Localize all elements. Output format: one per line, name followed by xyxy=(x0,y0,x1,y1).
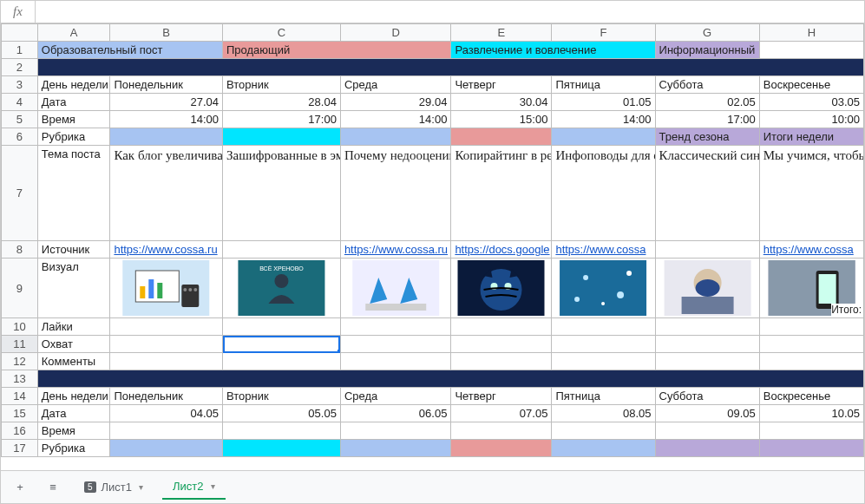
time-H5[interactable]: 10:00 xyxy=(759,111,863,128)
cell-F16[interactable] xyxy=(552,422,655,440)
day-mon[interactable]: Понедельник xyxy=(110,76,223,94)
label-day[interactable]: День недели xyxy=(37,76,110,94)
topic-H7[interactable]: Мы учимся, чтобы учить вас. xyxy=(759,146,863,241)
date2-D[interactable]: 06.05 xyxy=(340,405,451,422)
day-thu[interactable]: Четверг xyxy=(451,76,552,94)
legend-edu[interactable]: Образовательный пост xyxy=(37,42,222,59)
date-B4[interactable]: 27.04 xyxy=(110,94,223,111)
cell-H12[interactable] xyxy=(759,353,863,370)
row-header-16[interactable]: 16 xyxy=(2,422,38,440)
time-E5[interactable]: 15:00 xyxy=(451,111,552,128)
vis-F9[interactable] xyxy=(552,259,655,318)
date-D4[interactable]: 29.04 xyxy=(340,94,451,111)
cell-D10[interactable] xyxy=(340,318,451,336)
select-all-corner[interactable] xyxy=(2,24,38,42)
cell-G16[interactable] xyxy=(655,422,759,440)
separator-row[interactable] xyxy=(37,59,863,76)
cell-H1[interactable] xyxy=(759,42,863,59)
day-tue[interactable]: Вторник xyxy=(223,76,341,94)
row-header-15[interactable]: 15 xyxy=(2,405,38,422)
col-header-A[interactable]: A xyxy=(37,24,110,42)
label-comments[interactable]: Комменты xyxy=(37,353,110,370)
day2-sat[interactable]: Суббота xyxy=(655,388,759,405)
day2-mon[interactable]: Понедельник xyxy=(110,388,223,405)
src-H8[interactable]: https://www.cossa xyxy=(759,241,863,259)
day2-tue[interactable]: Вторник xyxy=(223,388,341,405)
topic-F7[interactable]: Инфоповоды для e-mail рассылки в мае 202… xyxy=(552,146,655,241)
cell-E10[interactable] xyxy=(451,318,552,336)
legend-ent[interactable]: Развлечение и вовлечение xyxy=(451,42,655,59)
cell-C12[interactable] xyxy=(223,353,341,370)
row-header-2[interactable]: 2 xyxy=(2,59,38,76)
cell-B12[interactable] xyxy=(110,353,223,370)
label-visual[interactable]: Визуал xyxy=(37,259,110,318)
cell-H10[interactable] xyxy=(759,318,863,336)
cell-C11-selected[interactable] xyxy=(223,336,341,353)
rubric2-D[interactable] xyxy=(340,440,451,457)
day-fri[interactable]: Пятница xyxy=(552,76,655,94)
separator-row-2[interactable] xyxy=(37,370,863,388)
cell-E11[interactable] xyxy=(451,336,552,353)
rubric2-G[interactable] xyxy=(655,440,759,457)
date2-H[interactable]: 10.05 xyxy=(759,405,863,422)
label-likes[interactable]: Лайки xyxy=(37,318,110,336)
vis-E9[interactable] xyxy=(451,259,552,318)
time-G5[interactable]: 17:00 xyxy=(655,111,759,128)
time-D5[interactable]: 14:00 xyxy=(340,111,451,128)
cell-H16[interactable] xyxy=(759,422,863,440)
label-rubric-2[interactable]: Рубрика xyxy=(37,440,110,457)
legend-info[interactable]: Информационный xyxy=(655,42,759,59)
cell-D12[interactable] xyxy=(340,353,451,370)
formula-input[interactable] xyxy=(36,1,864,23)
vis-H9[interactable]: Итого: xyxy=(759,259,863,318)
label-rubric[interactable]: Рубрика xyxy=(37,128,110,146)
row-header-10[interactable]: 10 xyxy=(2,318,38,336)
src-E8[interactable]: https://docs.google xyxy=(451,241,552,259)
label-date[interactable]: Дата xyxy=(37,94,110,111)
row-header-5[interactable]: 5 xyxy=(2,111,38,128)
src-C8[interactable] xyxy=(223,241,341,259)
cell-F12[interactable] xyxy=(552,353,655,370)
date-E4[interactable]: 30.04 xyxy=(451,94,552,111)
cell-B11[interactable] xyxy=(110,336,223,353)
cell-C16[interactable] xyxy=(223,422,341,440)
cell-B16[interactable] xyxy=(110,422,223,440)
rubric-H6[interactable]: Итоги недели xyxy=(759,128,863,146)
link-F8[interactable]: https://www.cossa xyxy=(555,243,645,256)
row-header-11[interactable]: 11 xyxy=(2,336,38,353)
day2-fri[interactable]: Пятница xyxy=(552,388,655,405)
row-header-12[interactable]: 12 xyxy=(2,353,38,370)
topic-D7[interactable]: Почему недооценивать футер — неправильно… xyxy=(340,146,451,241)
label-day-2[interactable]: День недели xyxy=(37,388,110,405)
time-B5[interactable]: 14:00 xyxy=(110,111,223,128)
row-header-14[interactable]: 14 xyxy=(2,388,38,405)
row-header-9[interactable]: 9 xyxy=(2,259,38,318)
cell-C10[interactable] xyxy=(223,318,341,336)
col-header-E[interactable]: E xyxy=(451,24,552,42)
vis-C9[interactable]: ВСЁ ХРЕНОВО xyxy=(223,259,341,318)
time-F5[interactable]: 14:00 xyxy=(552,111,655,128)
src-B8[interactable]: https://www.cossa.ru xyxy=(110,241,223,259)
rubric-E6[interactable] xyxy=(451,128,552,146)
topic-B7[interactable]: Как блог увеличивает рентабельность eCom… xyxy=(110,146,223,241)
cell-G10[interactable] xyxy=(655,318,759,336)
topic-G7[interactable]: Классический синий - цвет года по версии… xyxy=(655,146,759,241)
rubric2-B[interactable] xyxy=(110,440,223,457)
row-header-7[interactable]: 7 xyxy=(2,146,38,241)
topic-C7[interactable]: Зашифрованные в эмодзи названия книг. Би… xyxy=(223,146,341,241)
rubric-D6[interactable] xyxy=(340,128,451,146)
cell-G11[interactable] xyxy=(655,336,759,353)
date2-C[interactable]: 05.05 xyxy=(223,405,341,422)
date-F4[interactable]: 01.05 xyxy=(552,94,655,111)
rubric2-C[interactable] xyxy=(223,440,341,457)
date-G4[interactable]: 02.05 xyxy=(655,94,759,111)
rubric-F6[interactable] xyxy=(552,128,655,146)
date-H4[interactable]: 03.05 xyxy=(759,94,863,111)
all-sheets-button[interactable]: ≡ xyxy=(41,475,65,500)
col-header-B[interactable]: B xyxy=(110,24,223,42)
sheet-tab-1[interactable]: 5 Лист1 ▾ xyxy=(74,475,154,499)
vis-G9[interactable] xyxy=(655,259,759,318)
vis-D9[interactable] xyxy=(340,259,451,318)
src-D8[interactable]: https://www.cossa.ru xyxy=(340,241,451,259)
label-topic[interactable]: Тема поста xyxy=(37,146,110,241)
